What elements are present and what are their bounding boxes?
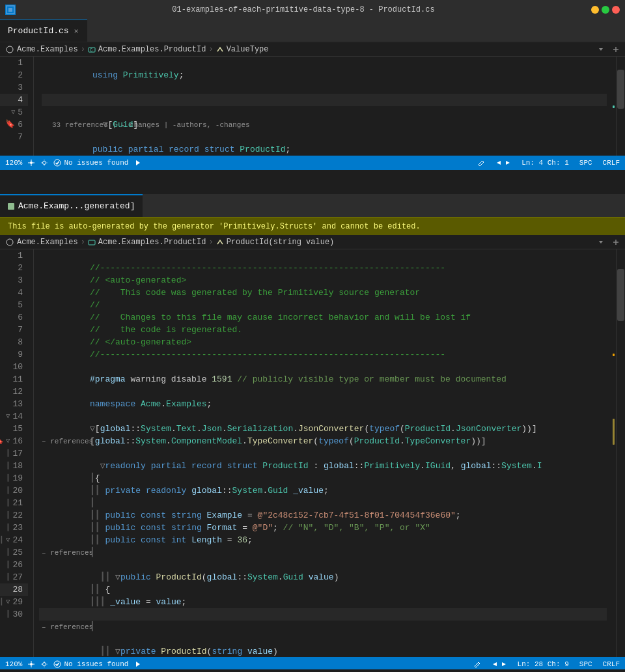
svg-point-20	[43, 663, 46, 666]
breadcrumb-member[interactable]: ValueType	[216, 45, 269, 54]
gen-line-26: ┃┃┃ _value = value;	[39, 583, 607, 596]
gen-status-bar: 120% No issues found Ln: 28 C	[0, 657, 625, 669]
top-tab-bar: ProductId.cs ✕	[0, 20, 625, 42]
warning-bar: This file is auto-generated by the gener…	[0, 217, 625, 235]
gen-line-29: ┃┃ ▽private ProductId(string value)	[39, 633, 607, 645]
gen-refs-29: – references	[39, 621, 607, 633]
gen-gutter-22: ┃22	[0, 509, 28, 522]
gen-settings-icon[interactable]	[40, 660, 48, 668]
breadcrumb-namespace[interactable]: Acme.Examples	[5, 45, 78, 54]
gen-gutter-26: ┃26	[0, 559, 28, 571]
code-line-3: namespace Acme.Examples;	[42, 81, 607, 94]
close-button[interactable]	[612, 6, 620, 14]
gen-gutter-5: 5	[0, 299, 28, 311]
gen-gutter-12: 12	[0, 385, 28, 398]
gen-line-ending[interactable]: CRLF	[603, 660, 620, 668]
svg-point-19	[30, 663, 33, 665]
gen-gutter-7: 7	[0, 324, 28, 336]
gutter-line-5: ▽5	[0, 106, 28, 119]
gen-tab-bar: Acme.Examp...generated]	[0, 194, 625, 217]
gen-git-icon	[27, 660, 35, 668]
gen-line-9	[39, 348, 607, 361]
gen-refs-24: – references	[39, 546, 607, 559]
gen-line-24: ┃┃ ▽public ProductId(global::System.Guid…	[39, 559, 607, 571]
gen-line-11	[39, 373, 607, 385]
gen-line-1: //--------------------------------------…	[39, 249, 607, 262]
svg-point-2	[7, 46, 13, 53]
code-line-6: public partial record struct ProductId;	[42, 131, 607, 143]
zoom-level[interactable]: 120%	[5, 159, 22, 167]
gen-status-right: Ln: 28 Ch: 9 SPC CRLF	[473, 660, 620, 668]
gen-line-12: namespace Acme.Examples;	[39, 385, 607, 398]
gen-line-13	[39, 398, 607, 410]
gen-block-16: – references ▽readonly partial record st…	[39, 435, 607, 460]
top-scrollbar[interactable]	[616, 57, 625, 156]
gen-code-area: 1 2 3 4 5 6 7 8 9 10 11 12 13 ▽14 15 🔖▽1…	[0, 249, 625, 657]
line-ending[interactable]: CRLF	[603, 159, 620, 167]
gen-gutter-9: 9	[0, 348, 28, 361]
navigate-icons	[133, 159, 141, 167]
gen-gutter-1: 1	[0, 249, 28, 262]
productid-tab[interactable]: ProductId.cs ✕	[0, 20, 87, 42]
tab-filename: ProductId.cs	[8, 26, 69, 36]
gen-breadcrumb-type[interactable]: Acme.Examples.ProductId	[88, 238, 206, 247]
gen-line-10: #pragma warning disable 1591 // publicly…	[39, 361, 607, 373]
gen-breadcrumb-actions[interactable]	[598, 239, 604, 245]
gen-line-7: // </auto-generated>	[39, 324, 607, 336]
gen-scrollbar[interactable]	[616, 249, 625, 657]
gen-gutter-23: ┃23	[0, 522, 28, 534]
gen-breadcrumb-namespace[interactable]: Acme.Examples	[5, 238, 78, 247]
gen-encoding[interactable]: SPC	[579, 660, 592, 668]
svg-marker-13	[506, 161, 510, 165]
gen-breadcrumb-member[interactable]: ProductId(string value)	[216, 238, 335, 247]
top-gutter: 1 2 3 4 ▽5 🔖 6 7	[0, 57, 34, 156]
app-icon	[5, 5, 16, 15]
tab-close-button[interactable]: ✕	[73, 26, 80, 36]
code-line-7	[42, 143, 607, 156]
gen-line-2: // <auto-generated>	[39, 262, 607, 274]
gen-gutter-3: 3	[0, 274, 28, 287]
no-issues-check: No issues found	[53, 159, 128, 167]
gen-gutter-2: 2	[0, 262, 28, 274]
gen-line-17: ┃{	[39, 460, 607, 472]
maximize-button[interactable]	[602, 6, 609, 14]
gen-zoom[interactable]: 120%	[5, 660, 22, 668]
gen-gutter-4: 4	[0, 287, 28, 299]
gen-line-23: ┃	[39, 534, 607, 546]
gen-gutter-29: ┃▽29	[0, 596, 28, 608]
navigate-arrows[interactable]	[495, 160, 511, 166]
code-line-4	[42, 94, 607, 106]
breadcrumb-sep-1: ›	[81, 45, 85, 54]
breadcrumb-add[interactable]	[612, 46, 620, 53]
gen-navigate-arrows[interactable]	[492, 661, 507, 667]
gen-refs-16: – references	[39, 435, 607, 447]
minimize-button[interactable]	[591, 6, 599, 14]
gen-line-27: ┃┃ }	[39, 596, 607, 608]
gen-code-content[interactable]: //--------------------------------------…	[34, 249, 607, 657]
breadcrumb-actions[interactable]	[598, 46, 604, 53]
gen-indicator	[8, 203, 14, 210]
gen-breadcrumb-sep-1: ›	[81, 238, 85, 247]
code-line-5: ▽[Guid]	[42, 106, 607, 119]
gen-line-28: ┃	[39, 608, 607, 621]
git-icon	[27, 159, 35, 167]
svg-marker-12	[497, 161, 501, 165]
top-code-content[interactable]: using Primitively; namespace Acme.Exampl…	[34, 57, 607, 156]
breadcrumb-type[interactable]: C Acme.Examples.ProductId	[88, 45, 206, 54]
gutter-line-4: 4	[0, 94, 28, 106]
window-controls[interactable]	[591, 6, 620, 14]
gen-line-18: ┃┃ private readonly global::System.Guid …	[39, 472, 607, 484]
svg-point-8	[30, 161, 33, 164]
gen-gutter-16: 🔖▽16	[0, 435, 28, 447]
gen-tab[interactable]: Acme.Examp...generated]	[0, 194, 143, 217]
gen-tab-filename: Acme.Examp...generated]	[18, 201, 135, 211]
gen-gutter-18: ┃18	[0, 460, 28, 472]
gen-line-20: ┃┃ public const string Example = @"2c48c…	[39, 497, 607, 509]
gen-gutter-27: ┃27	[0, 571, 28, 583]
gen-breadcrumb-add[interactable]	[612, 238, 620, 246]
svg-marker-24	[502, 662, 506, 666]
settings-icon[interactable]	[40, 159, 48, 167]
top-code-area: 1 2 3 4 ▽5 🔖 6 7 using Primitively;	[0, 57, 625, 156]
svg-marker-23	[493, 662, 497, 666]
encoding[interactable]: SPC	[579, 159, 592, 167]
